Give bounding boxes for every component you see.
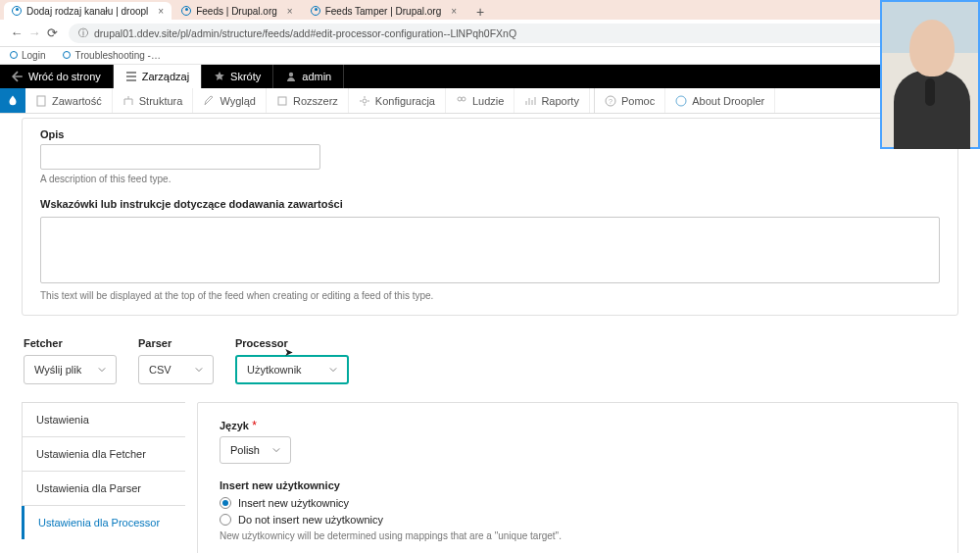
- settings-tabs-area: Ustawienia Ustawienia dla Fetcher Ustawi…: [22, 402, 958, 553]
- vertical-tabs: Ustawienia Ustawienia dla Fetcher Ustawi…: [22, 402, 185, 553]
- insert-new-title: Insert new użytkownicy: [220, 479, 936, 491]
- tab-ustawienia-parser[interactable]: Ustawienia dla Parser: [22, 472, 185, 506]
- bookmarks-bar: Login Troubleshooting -…: [0, 47, 980, 65]
- drupal-favicon-icon: [311, 6, 320, 16]
- gear-icon: [359, 95, 370, 107]
- reload-button[interactable]: ⟳: [43, 25, 61, 40]
- wskazowki-textarea[interactable]: [40, 217, 940, 283]
- toolbar-item-reports[interactable]: Raporty: [514, 88, 590, 113]
- url-input[interactable]: ⓘ drupal01.ddev.site/pl/admin/structure/…: [69, 24, 972, 43]
- parser-select[interactable]: CSV: [138, 355, 214, 384]
- tab-ustawienia-processor[interactable]: Ustawienia dla Processor: [22, 506, 185, 539]
- toolbar-item-structure[interactable]: Struktura: [113, 88, 194, 113]
- drupal-favicon-icon: [10, 51, 18, 59]
- svg-point-4: [458, 97, 462, 101]
- tab-ustawienia-fetcher[interactable]: Ustawienia dla Fetcher: [22, 437, 185, 472]
- pipeline-selects-row: Fetcher Wyślij plik Parser CSV Processor…: [22, 337, 958, 384]
- browser-tab-title: Dodaj rodzaj kanału | droopl: [26, 6, 148, 17]
- chevron-down-icon: [329, 366, 337, 374]
- drupal-favicon-icon: [181, 6, 191, 16]
- manage-button[interactable]: Zarządzaj: [114, 65, 202, 88]
- browser-tab-active[interactable]: Dodaj rodzaj kanału | droopl ×: [4, 2, 172, 20]
- url-text: drupal01.ddev.site/pl/admin/structure/fe…: [94, 27, 516, 39]
- drupal-home-button[interactable]: [0, 88, 25, 113]
- bookmark-item[interactable]: Login: [10, 50, 45, 61]
- browser-tab-strip: Dodaj rodzaj kanału | droopl × Feeds | D…: [0, 0, 980, 20]
- toolbar-item-content[interactable]: Zawartość: [25, 88, 113, 113]
- processor-label: Processor: [235, 337, 349, 349]
- toolbar-item-configuration[interactable]: Konfiguracja: [349, 88, 446, 113]
- required-marker: *: [252, 419, 257, 432]
- opis-help: A description of this feed type.: [40, 174, 940, 184]
- chart-icon: [524, 95, 536, 107]
- shortcuts-button[interactable]: Skróty: [202, 65, 273, 88]
- browser-tab[interactable]: Feeds | Drupal.org ×: [173, 2, 300, 20]
- hamburger-icon: [125, 71, 137, 82]
- close-icon[interactable]: ×: [158, 6, 164, 17]
- toolbar-item-about[interactable]: About Droopler: [665, 88, 775, 113]
- tab-ustawienia[interactable]: Ustawienia: [22, 403, 185, 437]
- insert-help: New użytkownicy will be determined using…: [220, 530, 936, 541]
- svg-rect-1: [37, 96, 45, 106]
- language-select[interactable]: Polish: [220, 436, 291, 464]
- back-button[interactable]: ←: [8, 25, 25, 40]
- svg-point-3: [363, 99, 367, 103]
- user-icon: [285, 71, 297, 82]
- new-tab-button[interactable]: +: [466, 4, 494, 20]
- toolbar-item-people[interactable]: Ludzie: [446, 88, 514, 113]
- radio-label: Insert new użytkownicy: [238, 497, 349, 509]
- forward-button[interactable]: →: [25, 25, 43, 40]
- toolbar-item-extend[interactable]: Rozszerz: [267, 88, 349, 113]
- puzzle-icon: [276, 95, 288, 107]
- document-icon: [35, 95, 47, 107]
- browser-address-bar: ← → ⟳ ⓘ drupal01.ddev.site/pl/admin/stru…: [0, 20, 980, 47]
- radio-do-not-insert[interactable]: Do not insert new użytkownicy: [220, 514, 936, 526]
- radio-label: Do not insert new użytkownicy: [238, 514, 383, 526]
- svg-text:?: ?: [609, 98, 612, 105]
- help-icon: ?: [605, 95, 616, 107]
- user-menu-button[interactable]: admin: [273, 65, 344, 88]
- brush-icon: [203, 95, 215, 107]
- people-icon: [456, 95, 467, 107]
- svg-point-8: [676, 96, 686, 106]
- fetcher-label: Fetcher: [24, 337, 117, 349]
- toolbar-item-help[interactable]: ?Pomoc: [594, 88, 665, 113]
- back-to-site-button[interactable]: Wróć do strony: [0, 65, 114, 88]
- chevron-down-icon: [272, 446, 280, 454]
- radio-icon: [220, 497, 231, 509]
- drupal-drop-icon: [6, 94, 20, 108]
- chevron-down-icon: [195, 366, 203, 374]
- feed-type-basic-settings: Opis A description of this feed type. Ws…: [22, 118, 958, 316]
- page-content: Opis A description of this feed type. Ws…: [0, 118, 980, 553]
- browser-tab[interactable]: Feeds Tamper | Drupal.org ×: [303, 2, 465, 20]
- browser-tab-title: Feeds Tamper | Drupal.org: [325, 6, 442, 17]
- star-icon: [214, 71, 225, 82]
- processor-select[interactable]: Użytkownik: [235, 355, 349, 384]
- radio-icon: [220, 514, 231, 526]
- chevron-down-icon: [98, 366, 106, 374]
- drupal-admin-toolbar: Wróć do strony Zarządzaj Skróty admin: [0, 65, 980, 88]
- structure-icon: [122, 95, 134, 107]
- wskazowki-label: Wskazówki lub instrukcje dotyczące dodaw…: [40, 198, 940, 210]
- opis-label: Opis: [40, 128, 940, 140]
- toolbar-item-appearance[interactable]: Wygląd: [193, 88, 267, 113]
- fetcher-select[interactable]: Wyślij plik: [24, 355, 117, 384]
- radio-insert-new[interactable]: Insert new użytkownicy: [220, 497, 936, 509]
- wskazowki-help: This text will be displayed at the top o…: [40, 290, 940, 301]
- droopler-icon: [675, 95, 687, 107]
- close-icon[interactable]: ×: [287, 6, 293, 17]
- close-icon[interactable]: ×: [451, 6, 457, 17]
- language-label: Język: [220, 420, 249, 431]
- site-info-icon: ⓘ: [78, 26, 88, 40]
- parser-label: Parser: [138, 337, 214, 349]
- drupal-favicon-icon: [63, 51, 71, 59]
- browser-tab-title: Feeds | Drupal.org: [196, 6, 277, 17]
- svg-rect-2: [278, 97, 286, 105]
- opis-input[interactable]: [40, 144, 320, 170]
- drupal-secondary-toolbar: Zawartość Struktura Wygląd Rozszerz Konf…: [0, 88, 980, 114]
- svg-point-5: [462, 97, 466, 101]
- bookmark-item[interactable]: Troubleshooting -…: [63, 50, 160, 61]
- processor-settings-pane: Język * Polish Insert new użytkownicy In…: [197, 402, 958, 553]
- webcam-overlay: [880, 0, 980, 149]
- svg-point-0: [289, 73, 293, 76]
